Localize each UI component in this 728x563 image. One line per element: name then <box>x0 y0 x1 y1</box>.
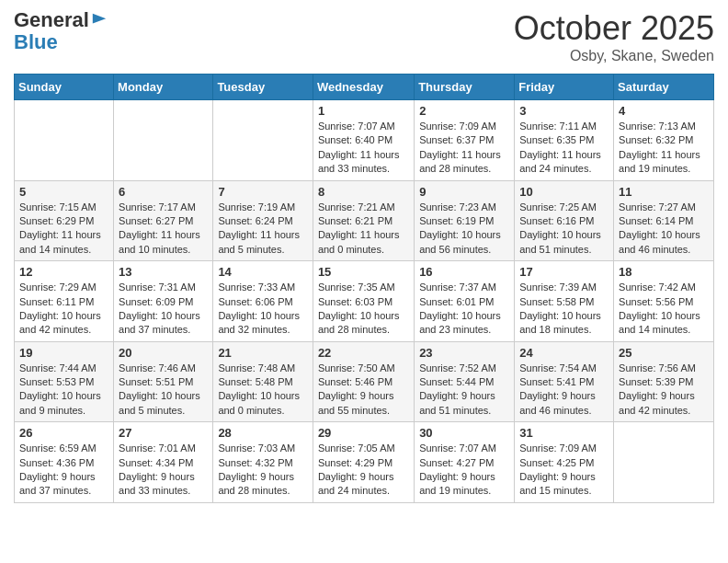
table-row <box>213 100 313 181</box>
day-info: Sunrise: 7:09 AM Sunset: 4:25 PM Dayligh… <box>519 442 609 499</box>
day-number: 1 <box>318 104 409 118</box>
day-number: 14 <box>218 265 308 279</box>
day-number: 20 <box>119 346 208 360</box>
day-info: Sunrise: 7:01 AM Sunset: 4:34 PM Dayligh… <box>119 442 208 499</box>
day-number: 7 <box>218 185 308 199</box>
day-info: Sunrise: 7:07 AM Sunset: 6:40 PM Dayligh… <box>318 120 409 177</box>
day-number: 29 <box>318 426 409 440</box>
day-info: Sunrise: 7:25 AM Sunset: 6:16 PM Dayligh… <box>519 201 609 258</box>
day-info: Sunrise: 7:17 AM Sunset: 6:27 PM Dayligh… <box>119 201 208 258</box>
week-row-1: 1Sunrise: 7:07 AM Sunset: 6:40 PM Daylig… <box>15 100 714 181</box>
page-container: General Blue October 2025 Osby, Skane, S… <box>0 0 728 512</box>
col-sunday: Sunday <box>15 75 114 100</box>
day-number: 5 <box>19 185 108 199</box>
table-row: 9Sunrise: 7:23 AM Sunset: 6:19 PM Daylig… <box>415 180 515 261</box>
day-number: 4 <box>619 104 709 118</box>
day-number: 27 <box>119 426 208 440</box>
location: Osby, Skane, Sweden <box>514 48 714 64</box>
logo-flag-icon <box>91 12 108 29</box>
table-row: 19Sunrise: 7:44 AM Sunset: 5:53 PM Dayli… <box>15 341 114 422</box>
day-info: Sunrise: 7:29 AM Sunset: 6:11 PM Dayligh… <box>19 281 108 338</box>
calendar-table: Sunday Monday Tuesday Wednesday Thursday… <box>14 74 714 503</box>
day-info: Sunrise: 7:37 AM Sunset: 6:01 PM Dayligh… <box>419 281 509 338</box>
day-number: 21 <box>218 346 308 360</box>
table-row: 1Sunrise: 7:07 AM Sunset: 6:40 PM Daylig… <box>313 100 414 181</box>
table-row: 15Sunrise: 7:35 AM Sunset: 6:03 PM Dayli… <box>313 261 414 342</box>
day-number: 18 <box>619 265 709 279</box>
day-info: Sunrise: 7:05 AM Sunset: 4:29 PM Dayligh… <box>318 442 409 499</box>
calendar-header-row: Sunday Monday Tuesday Wednesday Thursday… <box>15 75 714 100</box>
col-wednesday: Wednesday <box>313 75 414 100</box>
day-number: 3 <box>519 104 609 118</box>
table-row: 25Sunrise: 7:56 AM Sunset: 5:39 PM Dayli… <box>614 341 714 422</box>
day-number: 19 <box>19 346 108 360</box>
day-info: Sunrise: 7:03 AM Sunset: 4:32 PM Dayligh… <box>218 442 308 499</box>
table-row: 8Sunrise: 7:21 AM Sunset: 6:21 PM Daylig… <box>313 180 414 261</box>
col-monday: Monday <box>114 75 213 100</box>
table-row: 6Sunrise: 7:17 AM Sunset: 6:27 PM Daylig… <box>114 180 213 261</box>
day-info: Sunrise: 7:31 AM Sunset: 6:09 PM Dayligh… <box>119 281 208 338</box>
day-number: 9 <box>419 185 509 199</box>
logo-general-text: General <box>14 9 89 31</box>
table-row: 12Sunrise: 7:29 AM Sunset: 6:11 PM Dayli… <box>15 261 114 342</box>
table-row: 27Sunrise: 7:01 AM Sunset: 4:34 PM Dayli… <box>114 422 213 503</box>
month-title: October 2025 <box>514 9 714 48</box>
day-info: Sunrise: 7:46 AM Sunset: 5:51 PM Dayligh… <box>119 362 208 419</box>
col-saturday: Saturday <box>614 75 714 100</box>
col-tuesday: Tuesday <box>213 75 313 100</box>
table-row: 23Sunrise: 7:52 AM Sunset: 5:44 PM Dayli… <box>415 341 515 422</box>
table-row: 18Sunrise: 7:42 AM Sunset: 5:56 PM Dayli… <box>614 261 714 342</box>
svg-marker-0 <box>93 14 106 24</box>
week-row-2: 5Sunrise: 7:15 AM Sunset: 6:29 PM Daylig… <box>15 180 714 261</box>
day-info: Sunrise: 7:39 AM Sunset: 5:58 PM Dayligh… <box>519 281 609 338</box>
table-row: 26Sunrise: 6:59 AM Sunset: 4:36 PM Dayli… <box>15 422 114 503</box>
day-info: Sunrise: 7:52 AM Sunset: 5:44 PM Dayligh… <box>419 362 509 419</box>
logo: General Blue <box>14 9 108 53</box>
day-info: Sunrise: 7:15 AM Sunset: 6:29 PM Dayligh… <box>19 201 108 258</box>
day-info: Sunrise: 7:07 AM Sunset: 4:27 PM Dayligh… <box>419 442 509 499</box>
table-row: 20Sunrise: 7:46 AM Sunset: 5:51 PM Dayli… <box>114 341 213 422</box>
title-block: October 2025 Osby, Skane, Sweden <box>514 9 714 64</box>
table-row: 2Sunrise: 7:09 AM Sunset: 6:37 PM Daylig… <box>415 100 515 181</box>
col-friday: Friday <box>515 75 614 100</box>
day-info: Sunrise: 7:35 AM Sunset: 6:03 PM Dayligh… <box>318 281 409 338</box>
table-row: 5Sunrise: 7:15 AM Sunset: 6:29 PM Daylig… <box>15 180 114 261</box>
day-info: Sunrise: 7:33 AM Sunset: 6:06 PM Dayligh… <box>218 281 308 338</box>
logo-blue-text: Blue <box>14 30 58 53</box>
day-info: Sunrise: 7:27 AM Sunset: 6:14 PM Dayligh… <box>619 201 709 258</box>
table-row: 28Sunrise: 7:03 AM Sunset: 4:32 PM Dayli… <box>213 422 313 503</box>
day-info: Sunrise: 7:42 AM Sunset: 5:56 PM Dayligh… <box>619 281 709 338</box>
table-row <box>15 100 114 181</box>
table-row: 10Sunrise: 7:25 AM Sunset: 6:16 PM Dayli… <box>515 180 614 261</box>
day-number: 6 <box>119 185 208 199</box>
day-number: 26 <box>19 426 108 440</box>
table-row: 30Sunrise: 7:07 AM Sunset: 4:27 PM Dayli… <box>415 422 515 503</box>
day-info: Sunrise: 7:19 AM Sunset: 6:24 PM Dayligh… <box>218 201 308 258</box>
day-info: Sunrise: 7:23 AM Sunset: 6:19 PM Dayligh… <box>419 201 509 258</box>
day-number: 8 <box>318 185 409 199</box>
day-number: 11 <box>619 185 709 199</box>
day-number: 24 <box>519 346 609 360</box>
day-info: Sunrise: 6:59 AM Sunset: 4:36 PM Dayligh… <box>19 442 108 499</box>
day-number: 25 <box>619 346 709 360</box>
day-number: 31 <box>519 426 609 440</box>
table-row: 24Sunrise: 7:54 AM Sunset: 5:41 PM Dayli… <box>515 341 614 422</box>
table-row: 21Sunrise: 7:48 AM Sunset: 5:48 PM Dayli… <box>213 341 313 422</box>
table-row: 7Sunrise: 7:19 AM Sunset: 6:24 PM Daylig… <box>213 180 313 261</box>
day-number: 17 <box>519 265 609 279</box>
week-row-4: 19Sunrise: 7:44 AM Sunset: 5:53 PM Dayli… <box>15 341 714 422</box>
day-number: 28 <box>218 426 308 440</box>
table-row: 11Sunrise: 7:27 AM Sunset: 6:14 PM Dayli… <box>614 180 714 261</box>
day-number: 2 <box>419 104 509 118</box>
week-row-3: 12Sunrise: 7:29 AM Sunset: 6:11 PM Dayli… <box>15 261 714 342</box>
table-row: 16Sunrise: 7:37 AM Sunset: 6:01 PM Dayli… <box>415 261 515 342</box>
day-number: 22 <box>318 346 409 360</box>
day-info: Sunrise: 7:21 AM Sunset: 6:21 PM Dayligh… <box>318 201 409 258</box>
day-info: Sunrise: 7:56 AM Sunset: 5:39 PM Dayligh… <box>619 362 709 419</box>
table-row: 3Sunrise: 7:11 AM Sunset: 6:35 PM Daylig… <box>515 100 614 181</box>
table-row <box>614 422 714 503</box>
table-row: 4Sunrise: 7:13 AM Sunset: 6:32 PM Daylig… <box>614 100 714 181</box>
table-row: 22Sunrise: 7:50 AM Sunset: 5:46 PM Dayli… <box>313 341 414 422</box>
day-info: Sunrise: 7:09 AM Sunset: 6:37 PM Dayligh… <box>419 120 509 177</box>
table-row: 14Sunrise: 7:33 AM Sunset: 6:06 PM Dayli… <box>213 261 313 342</box>
